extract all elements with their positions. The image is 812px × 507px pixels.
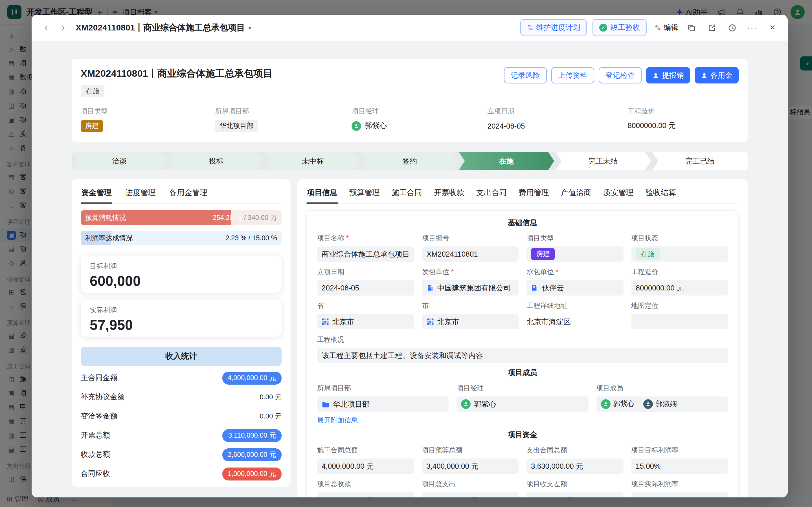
fund-field-input[interactable]: 4,000,000.00 元 bbox=[317, 458, 414, 474]
modal-body: XM2024110801丨商业综合体施工总承包项目 在施 记录风险 上传资料 登… bbox=[32, 41, 788, 497]
city-input[interactable]: 北京市 bbox=[422, 314, 519, 329]
finance-tab[interactable]: 备用金管理 bbox=[169, 182, 208, 203]
expand-extra-info-link[interactable]: 展开附加信息 bbox=[317, 416, 358, 425]
completion-acceptance-button[interactable]: ✓ 竣工验收 bbox=[593, 19, 647, 36]
avatar bbox=[461, 399, 471, 409]
history-icon[interactable] bbox=[724, 20, 739, 35]
fund-field-input[interactable]: 2.23% bbox=[631, 492, 728, 497]
stage-step[interactable]: 在施 bbox=[458, 152, 554, 170]
project-tab[interactable]: 产值洽商 bbox=[560, 182, 592, 203]
project-members-input[interactable]: 郭紫心 郭淑娴 bbox=[596, 396, 728, 412]
fund-field-input[interactable]: 2,542,050.00 元 bbox=[422, 492, 519, 497]
avatar bbox=[643, 399, 653, 409]
forward-button[interactable]: › bbox=[56, 21, 70, 35]
profit-rate-bar: 利润率达成情况 2.23 % / 15.00 % bbox=[81, 231, 282, 245]
map-location-input[interactable] bbox=[631, 314, 728, 329]
fund-field: 项目收支差额 57,950.00 元 bbox=[527, 474, 623, 497]
project-tab[interactable]: 验收结算 bbox=[645, 182, 676, 203]
avatar bbox=[601, 399, 610, 409]
back-button[interactable]: ‹ bbox=[40, 21, 53, 35]
project-status-input[interactable]: 在施 bbox=[631, 246, 728, 262]
income-row-value: 0.00 元 bbox=[260, 411, 282, 421]
fund-field-input[interactable]: 3,400,000.00 元 bbox=[422, 458, 519, 474]
project-cost-input[interactable]: 8000000.00 元 bbox=[631, 280, 728, 295]
share-icon[interactable] bbox=[704, 20, 719, 35]
contractor-unit-input[interactable]: 伙伴云 bbox=[527, 280, 624, 295]
income-row: 补充协议金额 0.00 元 bbox=[81, 387, 282, 407]
overview-input[interactable]: 该工程主要包括土建工程、设备安装和调试等内容 bbox=[317, 348, 728, 363]
finance-tab[interactable]: 进度管理 bbox=[125, 182, 156, 203]
province-input[interactable]: 北京市 bbox=[317, 314, 414, 329]
project-tab[interactable]: 质安管理 bbox=[603, 182, 634, 203]
field-project-name: 项目名称 商业综合体施工总承包项目 bbox=[317, 228, 414, 262]
fund-field-label: 项目收支差额 bbox=[527, 480, 623, 489]
stage-step[interactable]: 未中标 bbox=[265, 152, 361, 170]
fund-field-input[interactable]: 2,600,000.00 元 bbox=[317, 492, 414, 497]
summary-action-button[interactable]: 登记检查 bbox=[599, 67, 642, 83]
fund-field-input[interactable]: 15.00% bbox=[631, 458, 728, 474]
field-city: 市 北京市 bbox=[422, 295, 519, 329]
finance-panel: 资金管理进度管理备用金管理 预算消耗情况 254.20 万 / 340.00 万… bbox=[72, 179, 290, 487]
summary-actions: 记录风险 上传资料 登记检查 提报销 备用金 bbox=[504, 67, 739, 83]
field-project-type: 项目类型 房建 bbox=[81, 107, 215, 132]
income-row: 开票总额 3,110,000.00 元 bbox=[81, 426, 282, 445]
field-owner-unit: 发包单位 中国建筑集团有限公司 bbox=[422, 262, 519, 295]
title-chevron-down-icon[interactable]: ▾ bbox=[248, 24, 251, 31]
address-value[interactable]: 北京市海淀区 bbox=[527, 314, 624, 329]
field-address: 工程详细地址 北京市海淀区 bbox=[527, 295, 624, 329]
start-date-input[interactable]: 2024-08-05 bbox=[317, 280, 414, 295]
stage-step[interactable]: 投标 bbox=[168, 152, 264, 170]
field-start-date: 立项日期 2024-08-05 bbox=[487, 107, 628, 132]
project-name-input[interactable]: 商业综合体施工总承包项目 bbox=[317, 246, 414, 262]
stage-step[interactable]: 洽谈 bbox=[72, 152, 167, 170]
project-manager-input[interactable]: 郭紫心 bbox=[457, 396, 589, 412]
field-project-code: 项目编号 XM2024110801 bbox=[422, 228, 519, 262]
building-icon bbox=[427, 284, 434, 292]
close-icon[interactable]: × bbox=[765, 20, 780, 35]
building-icon bbox=[531, 284, 539, 292]
field-project-type2: 项目类型 房建 bbox=[527, 228, 624, 262]
income-row: 收款总额 2,600,000.00 元 bbox=[81, 445, 282, 464]
fund-field-label: 项目实际利润率 bbox=[631, 480, 728, 489]
income-statistics-button[interactable]: 收入统计 bbox=[81, 347, 282, 366]
finance-tab[interactable]: 资金管理 bbox=[81, 182, 112, 203]
stage-step[interactable]: 签约 bbox=[362, 152, 457, 170]
project-code-input[interactable]: XM2024110801 bbox=[422, 246, 519, 262]
stage-step[interactable]: 完工未结 bbox=[555, 152, 651, 170]
department-input[interactable]: 华北项目部 bbox=[317, 396, 449, 412]
budget-consumption-bar: 预算消耗情况 254.20 万 / 340.00 万 bbox=[81, 210, 282, 225]
region-grid-icon bbox=[322, 318, 329, 325]
field-department: 所属项目部 华北项目部 bbox=[215, 107, 352, 132]
project-tab[interactable]: 支出合同 bbox=[476, 182, 507, 203]
fund-field-input[interactable]: 57,950.00 元 bbox=[527, 492, 623, 497]
copy-icon[interactable] bbox=[684, 20, 699, 35]
income-row-label: 合同应收 bbox=[81, 469, 110, 479]
project-tab[interactable]: 开票收款 bbox=[433, 182, 465, 203]
edit-button[interactable]: ✎ 编辑 bbox=[655, 22, 678, 33]
income-row: 主合同金额 4,000,000.00 元 bbox=[81, 368, 282, 387]
project-tab[interactable]: 项目信息 bbox=[307, 182, 338, 203]
summary-action-button[interactable]: 提报销 bbox=[646, 67, 690, 83]
summary-action-button[interactable]: 上传资料 bbox=[551, 67, 594, 83]
modal-header: ‹ › XM2024110801丨商业综合体施工总承包项目 ▾ ⇅ 维护进度计划… bbox=[32, 15, 788, 41]
income-row: 变洽签金额 0.00 元 bbox=[81, 407, 282, 426]
more-actions-icon[interactable]: ··· bbox=[745, 20, 760, 35]
section-heading-basic: 基础信息 bbox=[317, 218, 728, 228]
fund-field-input[interactable]: 3,630,000.00 元 bbox=[527, 458, 623, 474]
person-icon bbox=[701, 72, 708, 79]
project-tab[interactable]: 施工合同 bbox=[391, 182, 423, 203]
project-tab[interactable]: 费用管理 bbox=[518, 182, 550, 203]
fund-field: 项目实际利润率 2.23% bbox=[631, 474, 728, 497]
owner-unit-input[interactable]: 中国建筑集团有限公司 bbox=[422, 280, 519, 295]
summary-action-button[interactable]: 备用金 bbox=[695, 67, 739, 83]
stage-step[interactable]: 完工已结 bbox=[652, 152, 748, 170]
fund-field: 项目目标利润率 15.00% bbox=[631, 440, 728, 474]
field-department2: 所属项目部 华北项目部 展开附加信息 bbox=[317, 378, 449, 425]
project-type-input[interactable]: 房建 bbox=[527, 246, 624, 262]
finance-tabs: 资金管理进度管理备用金管理 bbox=[81, 182, 282, 204]
maintain-schedule-button[interactable]: ⇅ 维护进度计划 bbox=[520, 19, 587, 36]
project-tab[interactable]: 预算管理 bbox=[349, 182, 380, 203]
project-info-panel: 项目信息预算管理施工合同开票收款支出合同费用管理产值洽商质安管理验收结算 基础信… bbox=[297, 179, 748, 497]
summary-action-button[interactable]: 记录风险 bbox=[504, 67, 547, 83]
region-grid-icon bbox=[427, 318, 434, 325]
